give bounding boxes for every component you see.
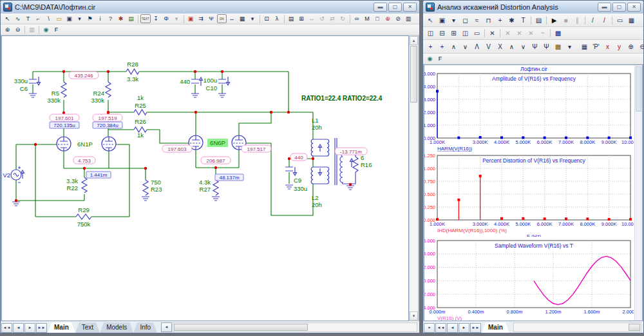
zoom-in-button[interactable]: ⊕ [3,25,12,34]
color-palette-button[interactable]: ▩ [553,41,564,52]
text-mode[interactable]: T [23,14,33,23]
grid-dropdown[interactable]: ▾ [248,14,258,23]
currents-toggle[interactable]: ⇉ [196,14,206,23]
formula-button[interactable]: F [435,54,445,63]
restore-button[interactable]: ▢ [612,3,626,12]
properties-button[interactable]: ▤ [533,15,544,25]
text-mode[interactable]: T [518,15,529,25]
zoom-in-button[interactable]: ⊕ [625,41,636,52]
find-component[interactable]: ▣ [437,15,448,25]
title-block-toggle[interactable]: λ [272,14,282,23]
analysis-globe-button[interactable]: ◉ [425,54,435,63]
next-page-button[interactable]: ► [24,323,35,333]
cursor-left-button[interactable]: + [425,41,436,52]
waveform-mode[interactable]: ≈ [471,15,482,25]
point-tag[interactable]: ✱ [116,14,126,23]
scroll-down-arrow[interactable]: ▼ [410,311,418,321]
last-page-button[interactable]: ►► [470,323,481,333]
picture-mode[interactable]: ▤ [126,14,136,23]
grid-plots-layout[interactable]: ⊞ [448,28,459,39]
select-area-button[interactable]: ⊞ [297,14,307,23]
performance-button[interactable]: 'P' [591,41,601,52]
first-page-button[interactable]: ◄◄ [435,323,446,333]
border-toggle[interactable]: ⊡ [262,14,272,23]
minimize-button[interactable]: ▬ [374,3,387,12]
flip-x-button[interactable]: ↔ [307,14,317,23]
line-tool[interactable]: / [587,15,598,25]
monitor-button[interactable]: □ [373,14,383,23]
go-to-low-button[interactable]: V [483,41,494,52]
tab-text[interactable]: Text [75,322,100,333]
ortho-wire-mode[interactable]: ⌐ [33,14,43,23]
add-probe-button[interactable]: ⊕ [383,14,393,23]
grid-toggle[interactable]: ▦ [626,15,637,25]
analysis-titlebar[interactable]: Анализ искажений Distortion Analysis ▬ ▢… [423,1,643,14]
go-to-high-button[interactable]: Λ [471,41,482,52]
restore-button[interactable]: ▢ [388,3,402,12]
one-plot-layout[interactable]: ◫ [425,28,436,39]
hscroll-left-arrow[interactable]: ◄ [161,322,172,332]
tube-6n1p-b[interactable] [102,137,116,151]
formula-button[interactable]: F [52,25,61,34]
close-button[interactable]: ✕ [627,3,641,12]
chart-waveform[interactable]: -4.000-2.0000.0002.0004.0006.0000.000m0.… [424,237,634,321]
wire-mode[interactable]: ∿ [13,14,23,23]
stop-button[interactable]: ■ [560,15,571,25]
column-plots-layout[interactable]: ◫ [460,28,471,39]
page-dropdown-button[interactable]: ▾ [424,323,435,333]
frame-toggle[interactable]: ▭ [614,15,625,25]
find-button[interactable]: ∞ [352,14,362,23]
schematic-horizontal-scrollbar[interactable] [173,322,417,332]
flag-mode[interactable]: ⚑ [85,14,95,23]
find-component[interactable]: ▣ [64,14,74,23]
line-mode[interactable]: \ [44,14,53,23]
zoom-out-button[interactable]: ⊖ [13,25,23,34]
repeat-find-button[interactable]: M [363,14,372,23]
tag-mode[interactable]: + [495,15,506,25]
tab-main[interactable]: Main [48,322,75,333]
schematic-vertical-scrollbar[interactable]: ▲ ▼ [409,35,419,321]
grid-toggle[interactable]: ▦ [238,14,247,23]
slope-tool[interactable]: ✕ [487,28,498,39]
analysis-vertical-scrollbar[interactable] [634,65,642,321]
global-high-button[interactable]: ∧ [506,41,517,52]
data-points-toggle[interactable]: ▩ [553,28,564,39]
go-to-valley-button[interactable]: ∨ [460,41,471,52]
bottom-button[interactable]: Ψ [529,41,540,52]
tab-info[interactable]: Info [133,322,157,333]
palette-dropdown[interactable]: ▾ [564,41,575,52]
first-page-button[interactable]: ◄◄ [1,323,12,333]
conditions-toggle[interactable]: ON [217,14,227,23]
component-dropdown[interactable]: ▾ [448,15,459,25]
select-tool[interactable]: ↖ [425,15,436,25]
zoom-out-button[interactable]: ⊖ [637,41,644,52]
power-toggle[interactable]: Ψ [207,14,216,23]
chart-distortion[interactable]: 0.0000.2500.5000.7501.0001.2501.000K3.00… [424,152,634,236]
stacked-plots-layout[interactable]: ⊟ [437,28,448,39]
analysis-globe-button[interactable]: ◉ [41,25,51,34]
x-axis-tag-button[interactable]: x [602,41,613,52]
component-box[interactable]: ▭ [54,14,64,23]
top-button[interactable]: Ψ [541,41,552,52]
layers-button[interactable]: ▥ [404,14,413,23]
component-dropdown[interactable]: ▾ [75,14,84,23]
no-probe-button[interactable]: ⊘ [393,14,403,23]
arrow-tool[interactable]: / [599,15,610,25]
tab-main[interactable]: Main [482,322,509,333]
node-voltages-toggle[interactable]: ▣ [186,14,196,23]
select-tool[interactable]: ↖ [3,14,12,23]
global-low-button[interactable]: ∨ [518,41,529,52]
help-mode[interactable]: ? [106,14,115,23]
scroll-up-arrow[interactable]: ▲ [410,36,418,45]
tube-6n1p-a[interactable] [57,137,71,151]
schematic-canvas[interactable]: 330u C6 R5 330k R24 330k R28 3.3k 1k R25… [1,35,409,321]
pin-connections-toggle[interactable]: ↔ [227,14,237,23]
analysis-horizontal-scrollbar[interactable] [513,322,641,332]
node-numbers-toggle[interactable]: Φ [162,14,171,23]
prev-page-button[interactable]: ◄ [13,323,24,333]
step-button[interactable]: ↻ [338,14,348,23]
tab-models[interactable]: Models [100,322,133,333]
chart-amplitude[interactable]: Лофтин.cir0.0001.0002.0003.0004.0005.000… [424,65,634,152]
last-page-button[interactable]: ►► [36,323,47,333]
attributes-button[interactable]: ▤ [287,14,296,23]
